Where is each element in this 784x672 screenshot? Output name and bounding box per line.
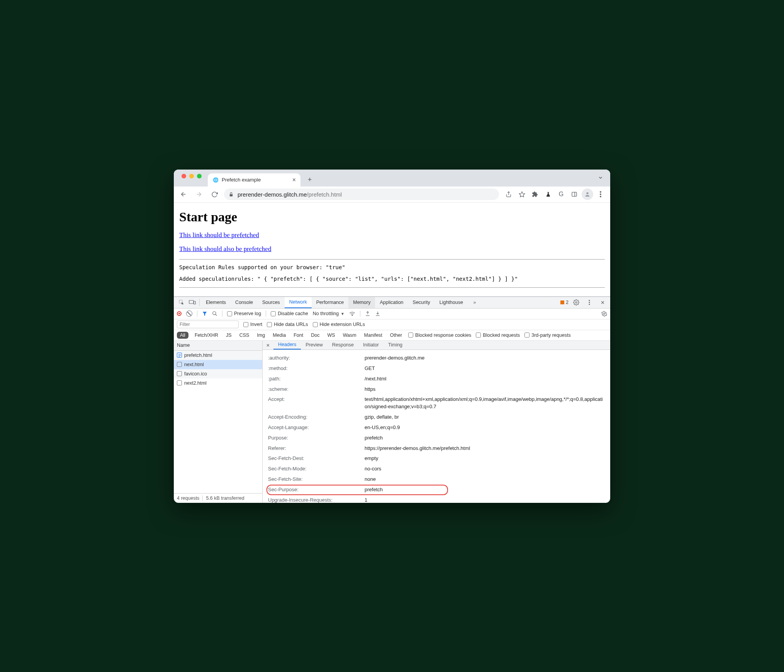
- detail-tab-preview[interactable]: Preview: [301, 341, 327, 350]
- disable-cache-checkbox[interactable]: Disable cache: [271, 311, 308, 316]
- close-window-button[interactable]: [182, 174, 186, 178]
- sidepanel-icon[interactable]: [568, 188, 580, 200]
- filter-blocked-response-cookies[interactable]: Blocked response cookies: [408, 333, 471, 338]
- header-row: :method:GET: [263, 363, 610, 374]
- record-button[interactable]: [177, 311, 182, 316]
- profile-icon[interactable]: [582, 188, 593, 200]
- browser-window: 🌐 Prefetch example × + prerender-demos.g…: [174, 170, 610, 503]
- preserve-log-checkbox[interactable]: Preserve log: [227, 311, 261, 316]
- filter-3rd-party-requests[interactable]: 3rd-party requests: [524, 333, 570, 338]
- window-controls: [178, 170, 205, 187]
- devtools-tab-console[interactable]: Console: [231, 297, 258, 308]
- type-filter-all[interactable]: All: [177, 332, 188, 339]
- filter-row: Invert Hide data URLs Hide extension URL…: [174, 319, 610, 330]
- search-icon[interactable]: [212, 311, 217, 316]
- network-settings-icon[interactable]: [601, 311, 607, 317]
- header-row: Sec-Fetch-Site:none: [263, 474, 610, 485]
- type-filter-css[interactable]: CSS: [238, 332, 251, 339]
- header-value: text/html,application/xhtml+xml,applicat…: [365, 396, 605, 411]
- devtools-close-icon[interactable]: ✕: [597, 300, 608, 305]
- more-tabs-icon[interactable]: »: [469, 300, 480, 305]
- request-row[interactable]: favicon.ico: [174, 369, 262, 378]
- type-filter-manifest[interactable]: Manifest: [363, 332, 384, 339]
- header-key: Referer:: [268, 445, 365, 452]
- header-key: Accept-Encoding:: [268, 414, 365, 421]
- throttling-select[interactable]: No throttling▼: [313, 311, 344, 316]
- prefetch-link-1[interactable]: This link should be prefetched: [179, 231, 605, 239]
- maximize-window-button[interactable]: [197, 174, 202, 178]
- detail-tab-response[interactable]: Response: [328, 341, 358, 350]
- filter-blocked-requests[interactable]: Blocked requests: [476, 333, 520, 338]
- devtools-menu-icon[interactable]: [584, 300, 595, 305]
- browser-tab[interactable]: 🌐 Prefetch example ×: [208, 173, 300, 187]
- address-bar[interactable]: prerender-demos.glitch.me/prefetch.html: [224, 188, 499, 200]
- request-row[interactable]: next.html: [174, 360, 262, 369]
- type-filter-fetch-xhr[interactable]: Fetch/XHR: [193, 332, 220, 339]
- filter-input[interactable]: [177, 321, 239, 328]
- new-tab-button[interactable]: +: [304, 175, 315, 185]
- inspect-icon[interactable]: [176, 299, 187, 305]
- extensions-icon[interactable]: [529, 188, 541, 200]
- devtools-tab-lighthouse[interactable]: Lighthouse: [435, 297, 468, 308]
- type-filter-media[interactable]: Media: [271, 332, 287, 339]
- spec-support-text: Speculation Rules supported on your brow…: [179, 264, 605, 270]
- filter-icon[interactable]: [202, 311, 207, 316]
- close-tab-icon[interactable]: ×: [292, 176, 296, 183]
- detail-tab-headers[interactable]: Headers: [273, 341, 301, 350]
- svg-point-16: [589, 302, 590, 303]
- hide-extension-urls-checkbox[interactable]: Hide extension URLs: [313, 322, 365, 327]
- type-filter-doc[interactable]: Doc: [309, 332, 321, 339]
- devtools-tab-security[interactable]: Security: [408, 297, 435, 308]
- prefetch-link-2[interactable]: This link should also be prefetched: [179, 245, 605, 253]
- g-icon[interactable]: G: [555, 188, 567, 200]
- warnings-badge[interactable]: 2: [560, 300, 568, 305]
- type-filter-other[interactable]: Other: [389, 332, 404, 339]
- upload-icon[interactable]: [365, 311, 370, 316]
- divider: [179, 259, 605, 260]
- type-filter-wasm[interactable]: Wasm: [341, 332, 358, 339]
- device-icon[interactable]: [187, 300, 198, 305]
- labs-icon[interactable]: [542, 188, 554, 200]
- back-button[interactable]: [178, 188, 189, 200]
- clear-button[interactable]: [186, 311, 192, 317]
- reload-button[interactable]: [209, 188, 220, 200]
- devtools-tab-sources[interactable]: Sources: [258, 297, 285, 308]
- tabs-menu-icon[interactable]: [598, 175, 603, 180]
- kebab-menu-icon[interactable]: [595, 188, 606, 200]
- type-filter-js[interactable]: JS: [224, 332, 233, 339]
- devtools-tab-memory[interactable]: Memory: [348, 297, 375, 308]
- minimize-window-button[interactable]: [189, 174, 194, 178]
- forward-button[interactable]: [193, 188, 205, 200]
- separator: [266, 311, 266, 317]
- header-row: Sec-Fetch-Mode:no-cors: [263, 464, 610, 474]
- close-detail-icon[interactable]: ×: [263, 342, 273, 348]
- spec-rules-text: Added speculationrules: " { "prefetch": …: [179, 276, 605, 282]
- invert-checkbox[interactable]: Invert: [243, 322, 262, 327]
- name-column-header[interactable]: Name: [174, 341, 262, 351]
- file-name: next.html: [184, 362, 204, 367]
- settings-icon[interactable]: [571, 299, 582, 305]
- download-icon[interactable]: [375, 311, 380, 316]
- svg-point-19: [213, 312, 216, 315]
- wifi-icon[interactable]: [349, 311, 355, 316]
- type-filter-font[interactable]: Font: [292, 332, 305, 339]
- detail-tab-timing[interactable]: Timing: [384, 341, 407, 350]
- page-heading: Start page: [179, 210, 605, 224]
- detail-tab-initiator[interactable]: Initiator: [358, 341, 384, 350]
- request-row[interactable]: prefetch.html: [174, 351, 262, 360]
- devtools-tab-application[interactable]: Application: [375, 297, 408, 308]
- devtools-tab-elements[interactable]: Elements: [201, 297, 231, 308]
- type-filter-img[interactable]: Img: [255, 332, 266, 339]
- share-icon[interactable]: [503, 188, 514, 200]
- network-toolbar: Preserve log Disable cache No throttling…: [174, 309, 610, 319]
- file-name: prefetch.html: [184, 353, 212, 358]
- header-key: Upgrade-Insecure-Requests:: [268, 497, 365, 503]
- hide-data-urls-checkbox[interactable]: Hide data URLs: [267, 322, 308, 327]
- star-icon[interactable]: [516, 188, 528, 200]
- request-row[interactable]: next2.html: [174, 378, 262, 388]
- type-filter-ws[interactable]: WS: [326, 332, 336, 339]
- devtools-tab-network[interactable]: Network: [285, 297, 312, 308]
- lock-icon: [229, 192, 234, 197]
- devtools-tab-performance[interactable]: Performance: [312, 297, 349, 308]
- file-name: favicon.ico: [184, 371, 207, 377]
